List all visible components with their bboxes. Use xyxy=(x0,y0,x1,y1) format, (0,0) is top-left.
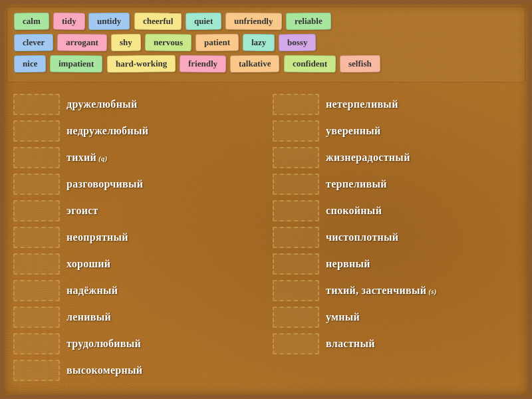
word-item-left: ленивый xyxy=(13,305,259,329)
tag-impatient[interactable]: impatient xyxy=(50,55,103,73)
word-input-box[interactable] xyxy=(273,94,319,115)
word-input-box[interactable] xyxy=(273,200,319,221)
word-input-box[interactable] xyxy=(13,200,60,221)
word-input-box[interactable] xyxy=(273,333,319,354)
word-item-left: дружелюбный xyxy=(13,92,259,116)
word-input-box[interactable] xyxy=(13,120,60,142)
word-item-right: нетерпеливый xyxy=(273,92,519,116)
word-input-box[interactable] xyxy=(273,174,319,195)
word-label: разговорчивый xyxy=(66,178,143,190)
main-content: calmtidyuntidycheerfulquietunfriendlyrel… xyxy=(0,0,532,389)
word-item-right: жизнерадостный xyxy=(273,146,519,170)
word-input-box[interactable] xyxy=(273,253,319,275)
tag-patient[interactable]: patient xyxy=(196,34,239,52)
word-item-right: терпеливый xyxy=(273,172,519,196)
word-item-right: спокойный xyxy=(273,199,519,223)
word-note: (q) xyxy=(96,154,108,162)
tag-arrogant[interactable]: arrogant xyxy=(57,34,107,52)
tag-friendly[interactable]: friendly xyxy=(180,55,226,73)
word-item-right: властный xyxy=(273,332,519,356)
word-label: неопрятный xyxy=(66,231,128,243)
word-item-right: нервный xyxy=(273,252,519,276)
word-input-box[interactable] xyxy=(13,280,60,301)
word-item-left: хороший xyxy=(13,252,259,276)
word-label: тихий, застенчивый (s) xyxy=(326,285,437,297)
word-label: ленивый xyxy=(66,311,111,323)
word-input-box[interactable] xyxy=(273,227,319,248)
word-item-right: тихий, застенчивый (s) xyxy=(273,279,519,303)
word-input-box[interactable] xyxy=(273,147,319,168)
word-item-left: недружелюбный xyxy=(13,119,259,143)
word-label: уверенный xyxy=(326,125,381,137)
word-input-box[interactable] xyxy=(13,333,60,354)
word-note: (s) xyxy=(426,287,437,295)
tag-talkative[interactable]: talkative xyxy=(230,55,280,73)
word-input-box[interactable] xyxy=(13,174,60,195)
tag-confident[interactable]: confident xyxy=(283,55,335,73)
word-item-right: чистоплотный xyxy=(273,225,519,249)
word-input-box[interactable] xyxy=(13,147,60,168)
tag-calm[interactable]: calm xyxy=(14,13,49,30)
tag-quiet[interactable]: quiet xyxy=(186,13,221,30)
tag-cheerful[interactable]: cheerful xyxy=(134,13,182,31)
word-label: жизнерадостный xyxy=(326,152,410,164)
word-item-left: разговорчивый xyxy=(13,172,259,196)
word-item-left: тихий (q) xyxy=(13,146,259,170)
word-label: нервный xyxy=(326,258,370,270)
tag-bossy[interactable]: bossy xyxy=(279,34,317,51)
tag-selfish[interactable]: selfish xyxy=(339,55,380,73)
word-label: чистоплотный xyxy=(326,231,398,243)
word-input-box[interactable] xyxy=(13,227,60,248)
word-label: терпеливый xyxy=(326,178,387,190)
word-label: хороший xyxy=(66,258,110,270)
word-input-box[interactable] xyxy=(13,307,60,328)
tags-section: calmtidyuntidycheerfulquietunfriendlyrel… xyxy=(7,7,525,82)
word-label: недружелюбный xyxy=(66,125,148,137)
word-label: властный xyxy=(326,338,375,350)
word-item-right: уверенный xyxy=(273,119,519,143)
word-label: высокомерный xyxy=(66,364,142,376)
tags-row-1: calmtidyuntidycheerfulquietunfriendlyrel… xyxy=(14,13,518,30)
word-label: умный xyxy=(326,311,360,323)
word-label: спокойный xyxy=(326,205,382,217)
word-input-box[interactable] xyxy=(13,360,60,381)
word-label: дружелюбный xyxy=(66,98,138,110)
word-input-box[interactable] xyxy=(273,307,319,328)
tags-row-2: cleverarrogantshynervouspatientlazybossy xyxy=(14,34,518,51)
word-item-left: неопрятный xyxy=(13,225,259,249)
tag-unfriendly[interactable]: unfriendly xyxy=(225,13,282,31)
word-item-left: высокомерный xyxy=(13,358,259,382)
word-item-left: эгоист xyxy=(13,199,259,223)
tag-shy[interactable]: shy xyxy=(111,34,141,51)
word-item-left: надёжный xyxy=(13,279,259,303)
word-input-box[interactable] xyxy=(13,94,60,115)
word-label: надёжный xyxy=(66,285,118,297)
word-input-box[interactable] xyxy=(273,120,319,142)
tag-nice[interactable]: nice xyxy=(14,55,47,72)
tag-clever[interactable]: clever xyxy=(14,34,53,52)
words-grid: дружелюбныйнетерпеливыйнедружелюбныйувер… xyxy=(7,92,525,382)
tag-untidy[interactable]: untidy xyxy=(88,13,130,31)
word-item-right: умный xyxy=(273,305,519,329)
word-label: трудолюбивый xyxy=(66,338,141,350)
word-input-box[interactable] xyxy=(273,280,319,301)
word-label: нетерпеливый xyxy=(326,98,398,110)
word-input-box[interactable] xyxy=(13,253,60,275)
tags-row-3: niceimpatienthard-workingfriendlytalkati… xyxy=(14,55,518,72)
tag-nervous[interactable]: nervous xyxy=(145,34,192,52)
tag-hard-working[interactable]: hard-working xyxy=(107,55,176,73)
word-label: тихий (q) xyxy=(66,152,108,164)
tag-tidy[interactable]: tidy xyxy=(53,13,85,30)
word-item-left: трудолюбивый xyxy=(13,332,259,356)
word-label: эгоист xyxy=(66,205,98,217)
tag-reliable[interactable]: reliable xyxy=(286,13,331,31)
tag-lazy[interactable]: lazy xyxy=(243,34,275,51)
